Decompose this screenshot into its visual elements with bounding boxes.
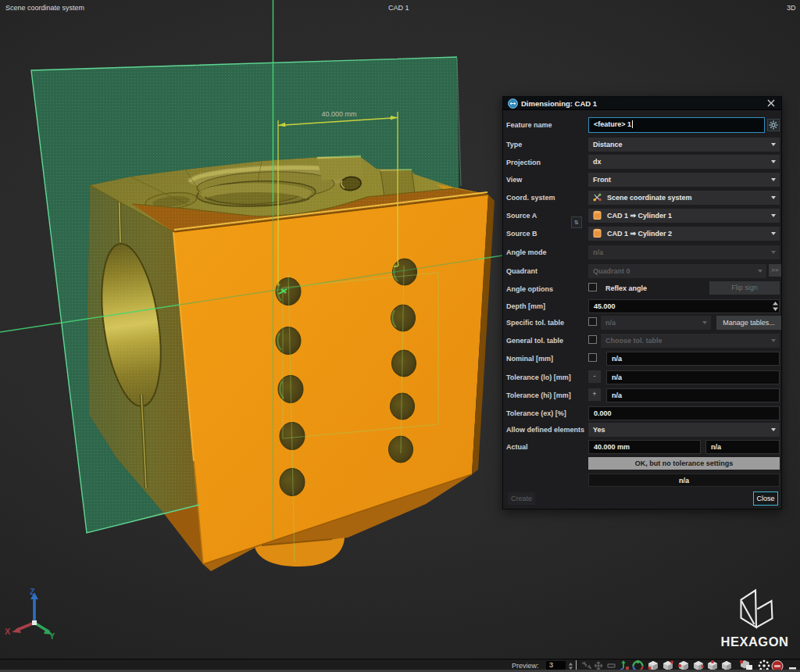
svg-text:X: X (5, 627, 11, 636)
svg-text:HEXAGON: HEXAGON (721, 634, 789, 649)
svg-text:Z: Z (30, 587, 35, 596)
svg-text:Y: Y (49, 631, 55, 641)
svg-text:40.000 mm: 40.000 mm (321, 110, 356, 118)
